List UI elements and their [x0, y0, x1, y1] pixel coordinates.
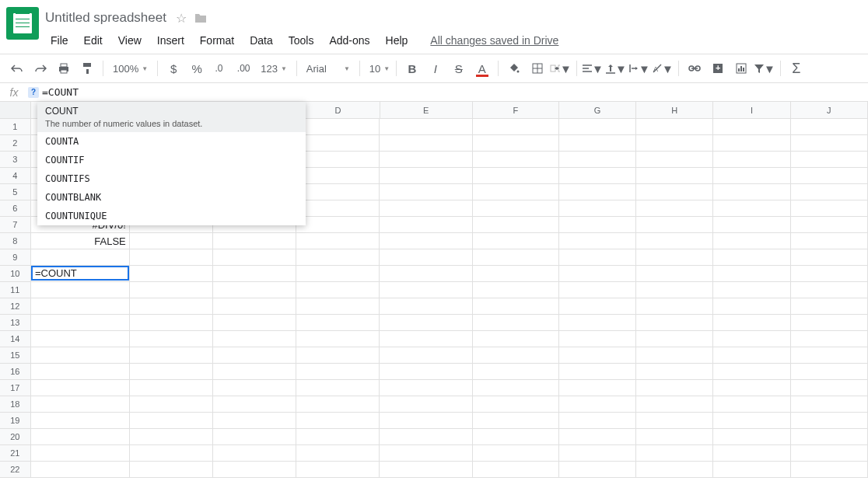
- row-header[interactable]: 17: [0, 380, 31, 396]
- cell[interactable]: [791, 347, 868, 363]
- row-header[interactable]: 16: [0, 364, 31, 379]
- cell[interactable]: [559, 152, 636, 167]
- suggest-item-count[interactable]: COUNT The number of numeric values in da…: [37, 102, 306, 132]
- cell[interactable]: [636, 200, 713, 216]
- cell[interactable]: [636, 331, 713, 347]
- wrap-dropdown[interactable]: ▼: [628, 58, 650, 79]
- cell[interactable]: [473, 413, 559, 428]
- row-header[interactable]: 9: [0, 249, 31, 265]
- cell[interactable]: [559, 184, 636, 200]
- cell[interactable]: [791, 331, 868, 347]
- cell[interactable]: [380, 217, 472, 232]
- cell[interactable]: [791, 200, 868, 216]
- cell[interactable]: [213, 462, 296, 477]
- cell[interactable]: [473, 233, 559, 249]
- cell[interactable]: [636, 152, 713, 167]
- cell[interactable]: [791, 184, 868, 200]
- cell[interactable]: [380, 347, 472, 363]
- cell[interactable]: [473, 119, 559, 134]
- cell[interactable]: [380, 152, 472, 167]
- row-header[interactable]: 5: [0, 184, 31, 200]
- col-header-h[interactable]: H: [636, 102, 713, 118]
- cell[interactable]: [559, 233, 636, 249]
- cell[interactable]: [713, 315, 790, 330]
- suggest-item-countifs[interactable]: COUNTIFS: [37, 169, 306, 188]
- menu-addons[interactable]: Add-ons: [324, 32, 375, 49]
- cell[interactable]: [473, 217, 559, 232]
- cell[interactable]: [213, 315, 296, 330]
- cell[interactable]: [213, 298, 296, 314]
- valign-dropdown[interactable]: ▼: [605, 58, 627, 79]
- cell[interactable]: [791, 233, 868, 249]
- cell[interactable]: [559, 217, 636, 232]
- cell[interactable]: [380, 413, 472, 428]
- cell[interactable]: [380, 184, 472, 200]
- cell[interactable]: [296, 364, 380, 379]
- cell[interactable]: [296, 429, 380, 444]
- row-header[interactable]: 2: [0, 135, 31, 151]
- cell[interactable]: [213, 445, 296, 461]
- cell[interactable]: [713, 266, 790, 281]
- cell[interactable]: [636, 298, 713, 314]
- cell[interactable]: [213, 364, 296, 379]
- cell[interactable]: [31, 315, 130, 330]
- row-header[interactable]: 6: [0, 200, 31, 216]
- cell[interactable]: [791, 119, 868, 134]
- cell[interactable]: [559, 266, 636, 281]
- cell[interactable]: [713, 249, 790, 265]
- cell[interactable]: [713, 200, 790, 216]
- cell[interactable]: [636, 266, 713, 281]
- redo-button[interactable]: [30, 58, 51, 79]
- cell[interactable]: [636, 445, 713, 461]
- cell[interactable]: [296, 347, 380, 363]
- cell[interactable]: [380, 396, 472, 412]
- cell[interactable]: [636, 413, 713, 428]
- cell[interactable]: [713, 119, 790, 134]
- cell[interactable]: [296, 445, 380, 461]
- cell[interactable]: [296, 462, 380, 477]
- cell[interactable]: [380, 380, 472, 396]
- cell[interactable]: FALSE: [31, 233, 130, 249]
- cell[interactable]: [559, 168, 636, 183]
- cell[interactable]: [473, 298, 559, 314]
- decrease-decimal-button[interactable]: .0: [209, 58, 231, 79]
- cell[interactable]: [791, 217, 868, 232]
- filter-button[interactable]: ▼: [754, 58, 775, 79]
- print-button[interactable]: [53, 58, 75, 79]
- cell[interactable]: [296, 184, 380, 200]
- paint-format-button[interactable]: [76, 58, 98, 79]
- cell[interactable]: [473, 266, 559, 281]
- cell[interactable]: [31, 413, 130, 428]
- text-color-button[interactable]: A: [471, 58, 493, 79]
- cell[interactable]: [636, 462, 713, 477]
- strike-button[interactable]: S: [448, 58, 470, 79]
- cell[interactable]: [296, 249, 380, 265]
- cell[interactable]: [559, 119, 636, 134]
- row-header[interactable]: 7: [0, 217, 31, 232]
- cell[interactable]: [130, 233, 213, 249]
- formula-help-icon[interactable]: ?: [28, 87, 39, 98]
- cell[interactable]: [213, 233, 296, 249]
- cell[interactable]: [130, 249, 213, 265]
- row-header[interactable]: 21: [0, 445, 31, 461]
- cell[interactable]: [713, 364, 790, 379]
- cell[interactable]: [473, 315, 559, 330]
- cell[interactable]: [636, 282, 713, 298]
- zoom-dropdown[interactable]: 100%▼: [108, 63, 152, 75]
- cell[interactable]: [31, 364, 130, 379]
- sheets-logo[interactable]: [6, 7, 39, 40]
- row-header[interactable]: 12: [0, 298, 31, 314]
- cell[interactable]: [559, 396, 636, 412]
- cell[interactable]: [31, 396, 130, 412]
- cell[interactable]: [296, 168, 380, 183]
- cell[interactable]: [31, 445, 130, 461]
- cell[interactable]: [713, 331, 790, 347]
- move-folder-icon[interactable]: [194, 12, 207, 23]
- cell[interactable]: [559, 331, 636, 347]
- cell[interactable]: [473, 249, 559, 265]
- cell[interactable]: [559, 445, 636, 461]
- cell[interactable]: [380, 249, 472, 265]
- cell[interactable]: [473, 282, 559, 298]
- row-header[interactable]: 1: [0, 119, 31, 134]
- cell[interactable]: [713, 184, 790, 200]
